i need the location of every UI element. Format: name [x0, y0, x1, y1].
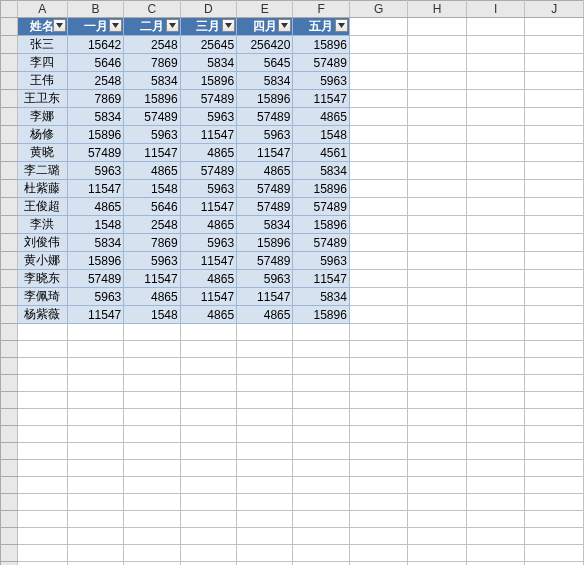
cell[interactable] — [466, 288, 525, 306]
cell[interactable] — [525, 252, 584, 270]
cell-value[interactable]: 11547 — [293, 90, 349, 108]
col-header-J[interactable]: J — [525, 1, 584, 18]
cell[interactable] — [466, 54, 525, 72]
header-month[interactable]: 二月 — [124, 18, 180, 36]
cell[interactable] — [349, 216, 408, 234]
cell[interactable] — [349, 392, 408, 409]
cell-value[interactable]: 57489 — [237, 180, 293, 198]
cell[interactable] — [408, 18, 467, 36]
cell[interactable] — [124, 426, 180, 443]
cell[interactable] — [466, 144, 525, 162]
cell-value[interactable]: 5963 — [237, 270, 293, 288]
cell[interactable] — [237, 392, 293, 409]
cell-name[interactable]: 黄晓 — [17, 144, 67, 162]
row-header[interactable] — [1, 216, 18, 234]
cell[interactable] — [525, 392, 584, 409]
cell-value[interactable]: 11547 — [67, 306, 123, 324]
row-header[interactable] — [1, 288, 18, 306]
cell[interactable] — [67, 511, 123, 528]
cell-value[interactable]: 4865 — [180, 270, 236, 288]
cell-value[interactable]: 5963 — [124, 126, 180, 144]
cell-value[interactable]: 5834 — [67, 108, 123, 126]
cell-value[interactable]: 7869 — [124, 54, 180, 72]
cell[interactable] — [180, 409, 236, 426]
row-header[interactable] — [1, 270, 18, 288]
row-header[interactable] — [1, 234, 18, 252]
cell-name[interactable]: 杨修 — [17, 126, 67, 144]
cell-name[interactable]: 黄小娜 — [17, 252, 67, 270]
cell[interactable] — [237, 511, 293, 528]
cell-name[interactable]: 李洪 — [17, 216, 67, 234]
cell[interactable] — [124, 545, 180, 562]
cell[interactable] — [293, 375, 349, 392]
cell[interactable] — [408, 234, 467, 252]
cell-value[interactable]: 57489 — [237, 252, 293, 270]
row-header[interactable] — [1, 477, 18, 494]
row-header[interactable] — [1, 108, 18, 126]
row-header[interactable] — [1, 126, 18, 144]
cell[interactable] — [237, 545, 293, 562]
col-header-F[interactable]: F — [293, 1, 349, 18]
cell-value[interactable]: 7869 — [67, 90, 123, 108]
cell-value[interactable]: 11547 — [180, 288, 236, 306]
cell[interactable] — [349, 108, 408, 126]
row-header[interactable] — [1, 306, 18, 324]
cell[interactable] — [237, 443, 293, 460]
cell[interactable] — [525, 216, 584, 234]
cell-name[interactable]: 王俊超 — [17, 198, 67, 216]
cell[interactable] — [349, 426, 408, 443]
cell-value[interactable]: 57489 — [180, 162, 236, 180]
cell[interactable] — [525, 288, 584, 306]
cell[interactable] — [349, 477, 408, 494]
cell-value[interactable]: 5645 — [237, 54, 293, 72]
cell[interactable] — [349, 234, 408, 252]
cell[interactable] — [349, 72, 408, 90]
cell[interactable] — [466, 392, 525, 409]
cell-value[interactable]: 11547 — [124, 144, 180, 162]
cell[interactable] — [525, 72, 584, 90]
row-header[interactable] — [1, 562, 18, 566]
cell[interactable] — [525, 460, 584, 477]
col-header-G[interactable]: G — [349, 1, 408, 18]
cell-name[interactable]: 李晓东 — [17, 270, 67, 288]
cell-value[interactable]: 4561 — [293, 144, 349, 162]
cell-name[interactable]: 李四 — [17, 54, 67, 72]
cell[interactable] — [349, 375, 408, 392]
row-header[interactable] — [1, 180, 18, 198]
cell-name[interactable]: 王伟 — [17, 72, 67, 90]
cell[interactable] — [408, 528, 467, 545]
cell-name[interactable]: 李娜 — [17, 108, 67, 126]
col-header-B[interactable]: B — [67, 1, 123, 18]
cell[interactable] — [17, 324, 67, 341]
cell[interactable] — [237, 426, 293, 443]
cell-value[interactable]: 15896 — [67, 252, 123, 270]
cell[interactable] — [525, 306, 584, 324]
header-name[interactable]: 姓名 — [17, 18, 67, 36]
cell-name[interactable]: 李佩琦 — [17, 288, 67, 306]
cell[interactable] — [408, 288, 467, 306]
cell[interactable] — [237, 528, 293, 545]
cell[interactable] — [408, 198, 467, 216]
cell[interactable] — [293, 460, 349, 477]
filter-dropdown-icon[interactable] — [166, 19, 179, 32]
cell-value[interactable]: 4865 — [237, 162, 293, 180]
cell[interactable] — [67, 460, 123, 477]
cell[interactable] — [237, 477, 293, 494]
cell-value[interactable]: 5963 — [180, 234, 236, 252]
cell-value[interactable]: 5834 — [237, 216, 293, 234]
cell[interactable] — [525, 426, 584, 443]
row-header[interactable] — [1, 392, 18, 409]
cell[interactable] — [349, 409, 408, 426]
cell[interactable] — [349, 54, 408, 72]
cell[interactable] — [525, 198, 584, 216]
cell[interactable] — [180, 392, 236, 409]
cell[interactable] — [180, 511, 236, 528]
cell-value[interactable]: 11547 — [237, 288, 293, 306]
cell-value[interactable]: 25645 — [180, 36, 236, 54]
cell-value[interactable]: 4865 — [180, 306, 236, 324]
cell-value[interactable]: 5963 — [124, 252, 180, 270]
cell-value[interactable]: 5646 — [124, 198, 180, 216]
cell[interactable] — [349, 162, 408, 180]
cell[interactable] — [67, 528, 123, 545]
cell[interactable] — [293, 358, 349, 375]
